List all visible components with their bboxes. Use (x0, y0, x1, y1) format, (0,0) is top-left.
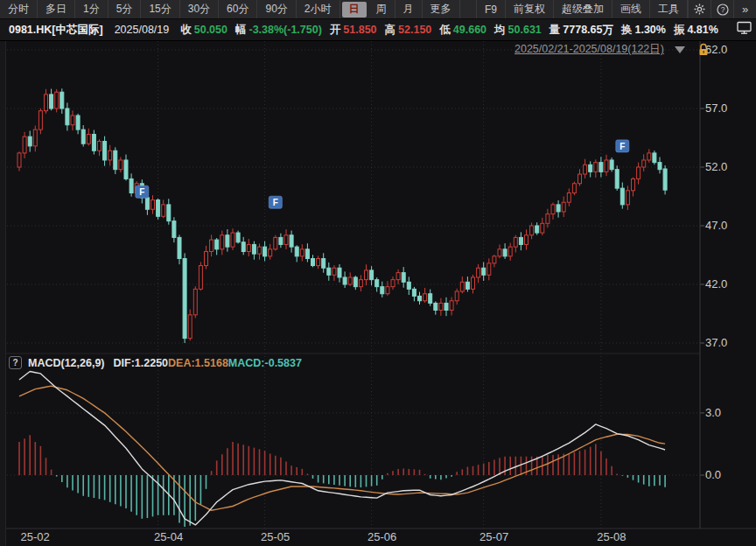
svg-text:?: ? (720, 5, 724, 14)
quote-field-value: 50.050 (194, 24, 228, 36)
f-event-badge[interactable]: F (136, 186, 149, 198)
quote-field-label: 换 (621, 23, 633, 38)
quote-field-value: 51.850 (343, 24, 376, 36)
macd-bar-value: MACD:-0.5837 (228, 357, 302, 369)
quote-field-label: 均 (494, 23, 506, 38)
toolbar-item-画线[interactable]: 画线 (612, 0, 650, 18)
dif-line (19, 372, 665, 525)
period-toolbar: 分时多日1分5分15分30分60分90分2小时日周月更多 F9前复权超级叠加画线… (0, 0, 756, 19)
unlock-icon[interactable] (697, 43, 710, 56)
date-range-text[interactable]: 2025/02/21-2025/08/19(122日) (514, 42, 664, 57)
macd-dea-value: DEA:1.5168 (168, 357, 228, 369)
candlestick-series (18, 88, 667, 343)
more-chevrons-icon[interactable]: » (733, 0, 756, 18)
macd-axis-label: 3.0 (705, 406, 721, 419)
quote-field-收: 收50.050 (180, 23, 228, 38)
quote-field-value: 7778.65万 (563, 23, 613, 38)
quote-field-value: -3.38%(-1.750) (248, 24, 321, 36)
quote-date: 2025/08/19 (115, 24, 170, 36)
macd-dif-value: DIF:1.2250 (114, 357, 169, 369)
f-event-badge[interactable]: F (616, 140, 629, 152)
macd-histogram (19, 435, 665, 527)
price-axis-label: 37.0 (705, 336, 727, 349)
x-axis-label: 25-07 (480, 530, 508, 543)
toolbar-item-前复权[interactable]: 前复权 (506, 0, 554, 18)
x-axis-label: 25-04 (154, 530, 183, 543)
toolbar-item-60分[interactable]: 60分 (219, 0, 257, 18)
toolbar-period-group: 分时多日1分5分15分30分60分90分2小时日周月更多 (0, 0, 460, 18)
macd-header: ? MACD(12,26,9) DIF:1.2250 DEA:1.5168 MA… (9, 356, 302, 369)
chart-canvas[interactable]: 62.057.052.047.042.037.03.00.025-0225-04… (0, 0, 756, 546)
toolbar-item-5分[interactable]: 5分 (108, 0, 142, 18)
x-axis-label: 25-02 (20, 530, 49, 543)
f-event-badge[interactable]: F (269, 196, 282, 208)
quote-fields: 收50.050幅-3.38%(-1.750)开51.850高52.150低49.… (180, 23, 726, 38)
dea-line (19, 386, 665, 510)
toolbar-item-2小时[interactable]: 2小时 (297, 0, 340, 18)
quote-field-均: 均50.631 (494, 23, 542, 38)
date-range-selector[interactable]: 2025/02/21-2025/08/19(122日) (514, 42, 710, 57)
monitor-icon[interactable] (737, 21, 752, 38)
quote-field-开: 开51.850 (330, 23, 377, 38)
toolbar-item-日[interactable]: 日 (342, 2, 367, 18)
quote-field-量: 量7778.65万 (550, 23, 613, 38)
toolbar-item-更多[interactable]: 更多 (423, 0, 460, 18)
price-axis-label: 52.0 (705, 160, 727, 173)
quote-field-value: 50.631 (508, 24, 542, 36)
quote-field-label: 收 (180, 23, 192, 38)
toolbar-item-15分[interactable]: 15分 (141, 0, 179, 18)
toolbar-item-分时[interactable]: 分时 (0, 0, 38, 18)
quote-field-value: 52.150 (398, 24, 431, 36)
quote-field-幅: 幅-3.38%(-1.750) (235, 23, 322, 38)
left-edge-strip (0, 41, 6, 546)
stock-symbol: 0981.HK[中芯国际] (9, 23, 103, 38)
toolbar-tools-group: F9前复权超级叠加画线工具 (477, 0, 688, 18)
quote-field-label: 量 (550, 23, 561, 38)
toolbar-item-多日[interactable]: 多日 (38, 0, 75, 18)
quote-field-label: 幅 (235, 23, 247, 38)
quote-field-value: 49.660 (453, 24, 486, 36)
x-axis-label: 25-06 (368, 530, 396, 543)
toolbar-item-F9[interactable]: F9 (477, 0, 506, 18)
macd-help-icon[interactable]: ? (9, 356, 22, 369)
x-axis-label: 25-08 (597, 530, 626, 543)
quote-field-label: 低 (439, 23, 451, 38)
toolbar-item-月[interactable]: 月 (396, 0, 423, 18)
svg-text:F: F (620, 142, 625, 151)
quote-field-label: 高 (385, 23, 396, 38)
toolbar-item-90分[interactable]: 90分 (257, 0, 296, 18)
toolbar-item-超级叠加[interactable]: 超级叠加 (554, 0, 612, 18)
toolbar-item-1分[interactable]: 1分 (75, 0, 108, 18)
svg-text:F: F (139, 187, 144, 197)
toolbar-icons: ? » (688, 0, 756, 18)
price-axis-label: 47.0 (705, 219, 727, 232)
x-axis-label: 25-05 (261, 530, 290, 543)
svg-text:F: F (273, 198, 278, 207)
toolbar-item-30分[interactable]: 30分 (180, 0, 219, 18)
settings-gear-icon[interactable] (688, 0, 710, 18)
quote-field-label: 振 (674, 23, 685, 38)
help-icon[interactable]: ? (710, 0, 733, 18)
toolbar-item-周[interactable]: 周 (368, 0, 396, 18)
quote-bar: 0981.HK[中芯国际] 2025/08/19 收50.050幅-3.38%(… (0, 19, 756, 41)
stock-chart-window: 62.057.052.047.042.037.03.00.025-0225-04… (0, 0, 756, 546)
quote-field-换: 换1.30% (621, 23, 666, 38)
price-axis-label: 42.0 (705, 277, 727, 290)
price-axis-label: 57.0 (705, 102, 727, 115)
toolbar-gap (460, 0, 477, 18)
macd-axis-label: 0.0 (705, 468, 721, 481)
quote-field-振: 振4.81% (674, 23, 718, 38)
quote-field-label: 开 (330, 23, 341, 38)
toolbar-item-工具[interactable]: 工具 (650, 0, 688, 18)
quote-field-高: 高52.150 (385, 23, 432, 38)
quote-field-低: 低49.660 (439, 23, 486, 38)
macd-title: MACD(12,26,9) (28, 357, 105, 369)
quote-field-value: 4.81% (687, 24, 718, 36)
quote-field-value: 1.30% (634, 24, 665, 36)
caret-down-icon[interactable] (675, 46, 685, 53)
